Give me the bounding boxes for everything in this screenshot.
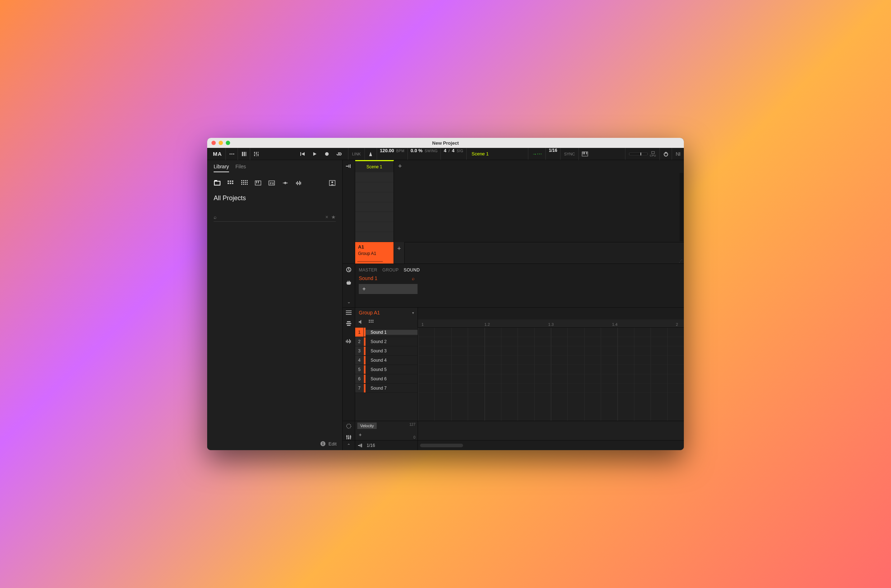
svg-point-86 [346, 435, 348, 437]
sound-row-4[interactable]: 4Sound 4 [355, 356, 418, 365]
svg-rect-45 [256, 181, 257, 183]
velocity-max: 127 [409, 423, 415, 426]
sound-index: 2 [355, 337, 364, 346]
view-wave-icon[interactable] [346, 338, 352, 345]
editor-hscroll[interactable] [420, 444, 463, 447]
info-icon[interactable] [320, 441, 326, 447]
power-button[interactable] [659, 148, 672, 160]
pad-grid-icon[interactable] [369, 319, 374, 326]
svg-rect-42 [245, 184, 246, 185]
view-list-icon[interactable] [346, 310, 352, 316]
window-title: New Project [207, 140, 684, 146]
filter-user-icon[interactable] [329, 179, 336, 187]
browser-filter-row: FX [207, 174, 342, 192]
add-lane-button[interactable]: + [359, 432, 362, 438]
filter-sounds-icon[interactable] [241, 179, 248, 187]
svg-rect-6 [254, 152, 255, 154]
add-scene-button[interactable]: + [394, 160, 406, 172]
add-plugin-slot[interactable]: + [359, 284, 418, 294]
record-button[interactable] [321, 148, 333, 160]
svg-rect-4 [244, 152, 245, 156]
filter-instruments-icon[interactable] [254, 179, 262, 187]
search-clear-button[interactable]: × [325, 214, 328, 220]
metronome-button[interactable] [364, 148, 377, 160]
ruler-2: 2 [676, 322, 678, 327]
svg-rect-24 [214, 181, 220, 185]
velocity-grid[interactable] [418, 421, 684, 440]
pattern-column[interactable] [355, 172, 394, 242]
filter-fx-icon[interactable]: FX [268, 179, 275, 187]
grid-snap-icon[interactable] [358, 443, 363, 448]
sound-row-6[interactable]: 6Sound 6 [355, 374, 418, 384]
tab-library[interactable]: Library [214, 164, 229, 172]
footer-grid-value[interactable]: 1/16 [367, 443, 375, 448]
sound-row-3[interactable]: 3Sound 3 [355, 346, 418, 356]
collapse-plugin-icon[interactable]: ⌄ [347, 299, 351, 304]
sound-list: 1Sound 12Sound 23Sound 34Sound 45Sound 5… [355, 328, 418, 421]
minimize-window-button[interactable] [219, 141, 223, 145]
step-grid[interactable] [418, 328, 684, 421]
grid-display[interactable]: 1/16 [545, 148, 560, 160]
sound-row-1[interactable]: 1Sound 1 [355, 328, 418, 337]
plugin-icon[interactable] [346, 280, 352, 286]
add-group-button[interactable]: + [394, 242, 405, 264]
edit-button[interactable]: Edit [329, 441, 337, 447]
svg-rect-5 [245, 152, 246, 156]
timesig-display[interactable]: 4 / 4 SIG [441, 148, 466, 160]
loop-button[interactable] [333, 148, 345, 160]
expand-footer-icon[interactable]: ⌃ [347, 443, 351, 448]
svg-rect-27 [230, 180, 231, 182]
swing-display[interactable]: 0.0 %SWING [408, 148, 441, 160]
arranger-resize-icon[interactable]: ⋰ [679, 259, 682, 263]
filter-loops-icon[interactable] [282, 179, 289, 187]
mixer-toggle-button[interactable] [250, 148, 262, 160]
sound-row-2[interactable]: 2Sound 2 [355, 337, 418, 346]
filter-projects-icon[interactable] [214, 179, 221, 187]
filter-samples-icon[interactable] [295, 179, 303, 187]
menu-button[interactable] [226, 148, 238, 160]
svg-rect-12 [300, 152, 301, 156]
sound-row-5[interactable]: 5Sound 5 [355, 365, 418, 374]
mute-icon[interactable] [359, 319, 364, 326]
favorites-toggle[interactable]: ★ [331, 214, 336, 220]
svg-rect-93 [360, 444, 361, 445]
scene-display[interactable]: Scene 1 [466, 148, 494, 160]
scene-header-1[interactable]: Scene 1 [355, 160, 394, 172]
search-input[interactable] [219, 214, 322, 220]
rewind-button[interactable] [296, 148, 309, 160]
timeline-ruler[interactable]: 1 1.2 1.3 1.4 2 [418, 320, 684, 327]
sound-row-7[interactable]: 7Sound 7 [355, 384, 418, 393]
tab-sound[interactable]: SOUND [403, 267, 420, 273]
browser-toggle-button[interactable] [238, 148, 250, 160]
group-a1-cell[interactable]: A1 Group A1 [355, 242, 394, 264]
view-pads-icon[interactable] [346, 321, 351, 328]
tab-files[interactable]: Files [235, 164, 246, 171]
ni-logo: NI [672, 148, 684, 160]
play-button[interactable] [309, 148, 321, 160]
velocity-lane: Velocity + 127 0 [343, 421, 684, 440]
arranger-vscroll[interactable] [680, 173, 683, 242]
svg-rect-65 [348, 270, 350, 271]
sound-search-icon[interactable]: ⌕ [412, 276, 415, 281]
sync-button[interactable]: SYNC [560, 148, 579, 160]
group-dropdown-icon[interactable]: ▾ [412, 311, 414, 315]
close-window-button[interactable] [211, 141, 216, 145]
pattern-header-empty[interactable] [418, 308, 684, 320]
zoom-window-button[interactable] [226, 141, 230, 145]
arranger-gutter-button[interactable] [343, 160, 355, 172]
quick-browse-icon[interactable] [346, 267, 352, 274]
tempo-display[interactable]: 120.00BPM [377, 148, 408, 160]
filter-groups-icon[interactable] [227, 179, 235, 187]
svg-rect-8 [256, 152, 257, 155]
modulation-icon[interactable] [346, 423, 352, 430]
tab-master[interactable]: MASTER [359, 267, 378, 273]
link-button[interactable]: LINK [348, 148, 364, 160]
current-sound-name[interactable]: Sound 1 [359, 275, 378, 281]
keyboard-button[interactable] [578, 148, 591, 160]
editor-group-name[interactable]: Group A1 [359, 310, 380, 315]
svg-rect-75 [349, 339, 350, 344]
svg-rect-79 [370, 320, 372, 321]
tab-group[interactable]: GROUP [382, 267, 399, 273]
velocity-label[interactable]: Velocity [357, 423, 377, 429]
follow-button[interactable]: →⋯ [528, 148, 545, 160]
